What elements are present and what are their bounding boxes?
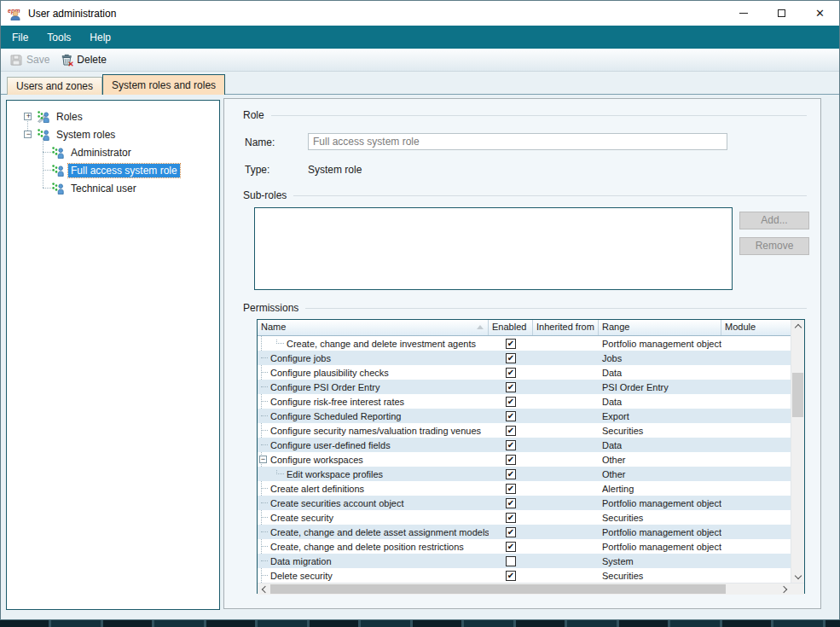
permission-row[interactable]: Create, change and delete position restr… — [258, 539, 791, 554]
enabled-checkbox[interactable] — [506, 353, 516, 363]
enabled-checkbox[interactable] — [506, 397, 516, 407]
column-header[interactable]: Range — [599, 320, 721, 335]
enabled-checkbox[interactable] — [506, 411, 516, 421]
tree-item-label: Administrator — [68, 146, 134, 160]
permission-range: Jobs — [599, 353, 721, 363]
tree-item[interactable]: Technical user — [7, 179, 219, 197]
permission-name-cell: Create, change and delete position restr… — [258, 542, 489, 552]
scroll-right-button[interactable] — [778, 583, 791, 595]
close-icon: ✕ — [815, 8, 825, 19]
enabled-checkbox[interactable] — [506, 542, 516, 552]
enabled-checkbox[interactable] — [506, 484, 516, 494]
enabled-checkbox[interactable] — [506, 440, 516, 450]
subroles-listbox[interactable] — [254, 207, 733, 290]
permission-row[interactable]: Configure jobs Jobs — [258, 351, 791, 365]
permissions-table-top: Name Enabled — [258, 320, 804, 583]
column-header[interactable]: Enabled — [489, 320, 533, 335]
row-collapse-icon[interactable] — [259, 456, 267, 463]
tab[interactable]: System roles and roles — [102, 74, 225, 95]
permission-enabled-cell — [489, 556, 533, 566]
horizontal-scrollbar[interactable] — [258, 583, 804, 595]
vertical-scrollbar[interactable] — [791, 320, 804, 583]
close-button[interactable]: ✕ — [801, 1, 839, 26]
enabled-checkbox[interactable] — [506, 455, 516, 465]
column-header[interactable]: Inherited from — [533, 320, 599, 335]
permission-name: Configure user-defined fields — [270, 440, 391, 450]
vertical-scrollbar-thumb[interactable] — [792, 373, 803, 417]
permission-enabled-cell — [489, 382, 533, 392]
tree-item[interactable]: System roles — [7, 125, 219, 143]
permission-range: Portfolio management objects — [599, 527, 721, 537]
role-type-value: System role — [308, 164, 362, 176]
tree-expander-icon[interactable] — [24, 113, 32, 120]
toolbar-button[interactable]: ✕ Delete — [55, 51, 111, 68]
add-button[interactable]: Add... — [739, 212, 809, 229]
permission-row[interactable]: Configure plausibility checks Data — [258, 365, 791, 380]
remove-button[interactable]: Remove — [739, 237, 809, 255]
permission-row[interactable]: Configure risk-free interest rates Data — [258, 394, 791, 409]
enabled-checkbox[interactable] — [506, 556, 516, 566]
toolbar: ✕ Save — [1, 49, 839, 72]
enabled-checkbox[interactable] — [506, 368, 516, 378]
permission-row[interactable]: Configure workspaces Other — [258, 452, 791, 467]
enabled-checkbox[interactable] — [506, 527, 516, 537]
permission-row[interactable]: Edit workspace profiles Other — [258, 467, 791, 481]
permission-name-cell: Configure jobs — [258, 353, 489, 363]
scroll-down-button[interactable] — [791, 570, 805, 583]
permissions-table-main: Name Enabled — [258, 320, 791, 583]
scroll-left-button[interactable] — [258, 583, 270, 595]
column-header[interactable]: Name — [258, 320, 489, 335]
role-section-label: Role — [243, 109, 264, 121]
column-header[interactable]: Module — [721, 320, 791, 335]
enabled-checkbox[interactable] — [506, 498, 516, 508]
enabled-checkbox[interactable] — [506, 382, 516, 392]
permission-row[interactable]: Create securities account object Portfol… — [258, 496, 791, 510]
tree-guide — [261, 517, 268, 518]
permission-row[interactable]: Data migration System — [258, 554, 791, 568]
permission-row[interactable]: Create, change and delete asset assignme… — [258, 525, 791, 539]
tabstrip: Users and zones System roles and roles — [1, 72, 839, 95]
tree-item-label: Technical user — [68, 182, 139, 195]
tree-guide — [276, 469, 284, 475]
permission-row[interactable]: Create, change and delete investment age… — [258, 336, 791, 351]
permission-enabled-cell — [489, 353, 533, 363]
menu-item[interactable]: File — [3, 27, 38, 48]
permission-row[interactable]: Create security Securities — [258, 510, 791, 525]
tree-item[interactable]: Full access system role — [7, 161, 219, 179]
tree-guide — [261, 546, 268, 547]
enabled-checkbox[interactable] — [506, 469, 516, 479]
permission-range: Other — [599, 455, 721, 465]
maximize-button[interactable] — [762, 1, 801, 26]
permission-name-cell: Edit workspace profiles — [258, 469, 489, 479]
horizontal-scrollbar-thumb[interactable] — [270, 584, 726, 594]
tree-item-label: Full access system role — [68, 164, 180, 177]
maximize-icon — [778, 9, 785, 17]
tab[interactable]: Users and zones — [7, 77, 102, 95]
scroll-up-button[interactable] — [791, 320, 805, 333]
permission-name-cell: Configure workspaces — [258, 455, 489, 465]
tree-expander-icon[interactable] — [24, 131, 32, 138]
toolbar-button[interactable]: ✕ Save — [5, 51, 54, 68]
permission-name: Create, change and delete position restr… — [270, 542, 464, 552]
enabled-checkbox[interactable] — [506, 426, 516, 436]
tree-item[interactable]: Administrator — [7, 143, 219, 161]
minimize-button[interactable] — [724, 1, 762, 26]
permission-row[interactable]: Create alert definitions Alerting — [258, 481, 791, 496]
permission-name: Configure security names/valuation tradi… — [270, 426, 481, 436]
permission-row[interactable]: Configure Scheduled Reporting Export — [258, 409, 791, 423]
permission-name-cell: Configure risk-free interest rates — [258, 397, 489, 407]
permission-row[interactable]: Configure PSI Order Entry PSI Order Entr… — [258, 380, 791, 394]
role-name-input[interactable] — [308, 133, 727, 150]
menu-item[interactable]: Help — [80, 27, 120, 48]
permissions-table-header: Name Enabled — [258, 320, 791, 336]
enabled-checkbox[interactable] — [506, 513, 516, 523]
enabled-checkbox[interactable] — [506, 339, 516, 349]
role-people-icon — [51, 164, 65, 177]
permission-row[interactable]: Configure security names/valuation tradi… — [258, 423, 791, 438]
permission-name: Configure Scheduled Reporting — [270, 411, 402, 421]
tree-item[interactable]: Roles — [7, 107, 219, 125]
permission-row[interactable]: Configure user-defined fields Data — [258, 438, 791, 452]
enabled-checkbox[interactable] — [506, 571, 516, 581]
permission-row[interactable]: Delete security Securities — [258, 568, 791, 583]
menu-item[interactable]: Tools — [38, 27, 80, 48]
